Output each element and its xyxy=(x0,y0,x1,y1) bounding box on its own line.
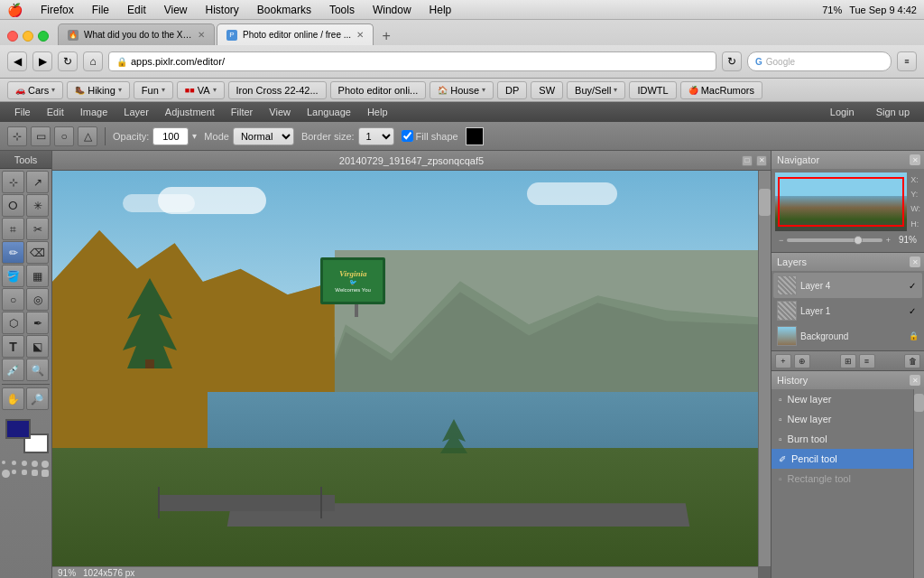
border-select[interactable]: 1 2 3 xyxy=(358,127,394,145)
app-menu-adjustment[interactable]: Adjustment xyxy=(158,105,222,119)
app-menu-help[interactable]: Help xyxy=(360,105,395,119)
marquee-rect-tool[interactable]: ⊹ xyxy=(2,171,24,193)
bookmark-buysell[interactable]: Buy/Sell ▾ xyxy=(567,81,625,99)
zoom-slider[interactable] xyxy=(787,238,882,242)
bookmark-ironcross[interactable]: Iron Cross 22-42... xyxy=(228,81,327,99)
close-window-button[interactable] xyxy=(7,31,18,42)
tab-2[interactable]: P Photo editor online / free ... ✕ xyxy=(217,23,374,45)
blur-tool[interactable]: ◎ xyxy=(26,288,49,311)
merge-layers-button[interactable]: ⊞ xyxy=(840,354,856,368)
duplicate-layer-button[interactable]: ⊕ xyxy=(794,354,810,368)
tab2-close[interactable]: ✕ xyxy=(356,30,364,40)
refresh-button[interactable]: ↻ xyxy=(58,51,78,71)
zoom-slider-thumb[interactable] xyxy=(854,236,863,245)
move-tool[interactable]: ↗ xyxy=(26,171,49,193)
zoom-out-tool[interactable]: 🔎 xyxy=(26,387,49,410)
bookmark-cars[interactable]: 🚗 Cars ▾ xyxy=(7,81,63,99)
eraser-tool[interactable]: ⌫ xyxy=(26,241,49,264)
path-tool[interactable]: ⬕ xyxy=(26,335,49,358)
toolbar-circle-icon[interactable]: ○ xyxy=(54,126,74,146)
bookmark-va[interactable]: ■■ VA ▾ xyxy=(177,81,225,99)
app-menu-view[interactable]: View xyxy=(262,105,298,119)
tab1-close[interactable]: ✕ xyxy=(198,30,205,40)
toolbar-new-icon[interactable]: ⊹ xyxy=(7,126,27,146)
search-bar[interactable]: G Google xyxy=(747,51,892,71)
history-close-button[interactable]: ✕ xyxy=(910,375,920,386)
menu-file[interactable]: File xyxy=(88,4,113,16)
extensions-button[interactable]: ≡ xyxy=(897,51,917,71)
layers-close-button[interactable]: ✕ xyxy=(910,256,920,267)
paint-bucket-tool[interactable]: 🪣 xyxy=(2,265,24,287)
history-item-3[interactable]: ✐ Pencil tool xyxy=(772,449,924,469)
vertical-scroll-thumb[interactable] xyxy=(759,189,771,216)
history-item-2[interactable]: ▫ Burn tool xyxy=(772,429,924,449)
back-button[interactable]: ◀ xyxy=(7,51,27,71)
home-button[interactable]: ⌂ xyxy=(83,51,103,71)
zoom-minus-icon[interactable]: − xyxy=(779,236,783,245)
text-tool[interactable]: T xyxy=(2,335,24,358)
bookmark-sw[interactable]: SW xyxy=(531,81,563,99)
navigator-header[interactable]: Navigator ✕ xyxy=(772,151,924,169)
toolbar-rect-icon[interactable]: ▭ xyxy=(31,126,51,146)
magic-wand-tool[interactable]: ✳ xyxy=(26,194,49,217)
history-header[interactable]: History ✕ xyxy=(772,371,924,389)
login-button[interactable]: Login xyxy=(823,105,862,119)
layer4-visibility-toggle[interactable]: ✓ xyxy=(906,279,919,292)
new-tab-button[interactable]: + xyxy=(375,27,397,45)
maximize-window-button[interactable] xyxy=(38,31,49,42)
bookmark-idwtl[interactable]: IDWTL xyxy=(629,81,676,99)
reload-button[interactable]: ↻ xyxy=(722,51,742,71)
toolbar-triangle-icon[interactable]: △ xyxy=(78,126,97,146)
history-scrollbar[interactable] xyxy=(913,389,924,578)
menu-help[interactable]: Help xyxy=(426,4,456,16)
menu-view[interactable]: View xyxy=(161,4,191,16)
bookmark-macrumors[interactable]: 🍎 MacRumors xyxy=(680,81,762,99)
bookmark-hiking[interactable]: 🥾 Hiking ▾ xyxy=(67,81,130,99)
crop-tool[interactable]: ⌗ xyxy=(2,218,24,240)
canvas-vertical-scrollbar[interactable] xyxy=(758,171,771,566)
app-menu-edit[interactable]: Edit xyxy=(40,105,71,119)
fill-color-swatch[interactable] xyxy=(466,127,484,145)
bookmark-house[interactable]: 🏠 House ▾ xyxy=(430,81,494,99)
app-menu-language[interactable]: Language xyxy=(300,105,358,119)
apple-menu[interactable]: 🍎 xyxy=(7,3,23,17)
shape-tool[interactable]: ⬡ xyxy=(2,312,24,334)
forward-button[interactable]: ▶ xyxy=(32,51,52,71)
delete-layer-button[interactable]: 🗑 xyxy=(904,354,920,368)
layer-row-1[interactable]: Layer 1 ✓ xyxy=(773,298,922,323)
menu-history[interactable]: History xyxy=(202,4,243,16)
slice-tool[interactable]: ✂ xyxy=(26,218,49,240)
dodge-tool[interactable]: ○ xyxy=(2,288,24,311)
fill-shape-checkbox[interactable] xyxy=(402,130,413,142)
canvas-restore-button[interactable]: □ xyxy=(742,155,753,166)
minimize-window-button[interactable] xyxy=(23,31,33,42)
mode-select[interactable]: Normal Multiply Screen xyxy=(233,127,294,145)
history-item-0[interactable]: ▫ New layer xyxy=(772,389,924,409)
tab-1[interactable]: 🔥 What did you do to the X t... ✕ xyxy=(58,23,215,45)
foreground-color-swatch[interactable] xyxy=(5,419,31,439)
menu-bookmarks[interactable]: Bookmarks xyxy=(254,4,315,16)
pen-tool[interactable]: ✒ xyxy=(26,312,49,334)
url-bar[interactable]: 🔒 apps.pixlr.com/editor/ xyxy=(108,51,716,71)
zoom-tool[interactable]: 🔍 xyxy=(26,359,49,381)
menu-tools[interactable]: Tools xyxy=(326,4,358,16)
layers-header[interactable]: Layers ✕ xyxy=(772,253,924,271)
menu-edit[interactable]: Edit xyxy=(124,4,150,16)
menu-firefox[interactable]: Firefox xyxy=(37,4,78,16)
navigator-close-button[interactable]: ✕ xyxy=(910,154,920,165)
canvas-close-button[interactable]: ✕ xyxy=(756,155,767,166)
signup-button[interactable]: Sign up xyxy=(869,105,917,119)
hand-tool[interactable]: ✋ xyxy=(2,387,24,410)
zoom-plus-icon[interactable]: + xyxy=(886,236,891,245)
gradient-tool[interactable]: ▦ xyxy=(26,265,49,287)
history-item-1[interactable]: ▫ New layer xyxy=(772,409,924,429)
lasso-tool[interactable]: ⵔ xyxy=(2,194,24,217)
history-scroll-thumb[interactable] xyxy=(914,394,924,412)
flatten-image-button[interactable]: ≡ xyxy=(859,354,875,368)
bookmark-photoeditor[interactable]: Photo editor onli... xyxy=(330,81,427,99)
opacity-input[interactable] xyxy=(152,127,189,145)
bookmark-dp[interactable]: DP xyxy=(497,81,527,99)
history-item-4[interactable]: ▫ Rectangle tool xyxy=(772,469,924,489)
eyedropper-tool[interactable]: 💉 xyxy=(2,359,24,381)
pencil-tool[interactable]: ✏ xyxy=(2,241,24,264)
